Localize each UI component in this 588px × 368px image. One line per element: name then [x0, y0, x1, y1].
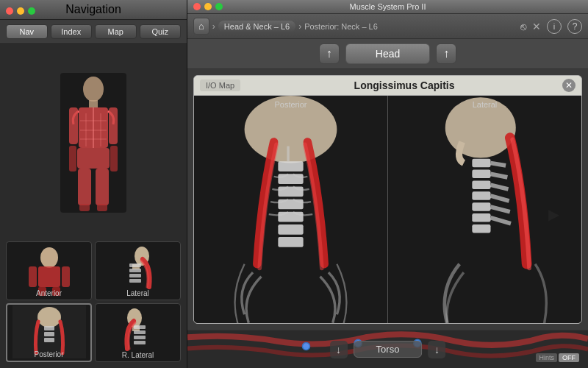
- up-arrow-icon-left: ↑: [326, 47, 332, 60]
- thumbnail-lateral[interactable]: Lateral: [95, 241, 181, 300]
- help-icon[interactable]: ?: [567, 19, 582, 34]
- breadcrumb-current: Posterior: Neck – L6: [304, 22, 378, 31]
- torso-down-arrow-left[interactable]: ↓: [330, 341, 348, 358]
- svg-point-20: [40, 247, 58, 268]
- tab-quiz[interactable]: Quiz: [140, 24, 182, 39]
- breadcrumb-section[interactable]: Head & Neck – L6: [218, 21, 295, 32]
- svg-rect-53: [278, 237, 303, 247]
- left-panel-title: Navigation: [65, 3, 121, 16]
- svg-rect-61: [472, 213, 490, 222]
- share-icon[interactable]: ⎋: [520, 21, 526, 32]
- svg-rect-58: [472, 180, 490, 188]
- head-up-arrow-left[interactable]: ↑: [319, 43, 340, 64]
- thumbnail-r-lateral[interactable]: R. Lateral: [95, 303, 181, 362]
- main-window-title: Muscle System Pro II: [350, 2, 426, 11]
- svg-rect-36: [44, 332, 54, 336]
- svg-rect-7: [110, 146, 118, 171]
- svg-rect-50: [278, 199, 303, 210]
- main-maximize-light[interactable]: [215, 3, 223, 10]
- left-title-bar: Navigation: [0, 0, 187, 20]
- svg-rect-22: [29, 266, 37, 287]
- torso-bar: ↓ Torso ↓ Hints OFF: [187, 330, 588, 368]
- head-label-button[interactable]: Head: [345, 43, 430, 64]
- svg-rect-8: [77, 148, 110, 169]
- io-map-close-icon: ✕: [565, 80, 573, 91]
- io-view-lateral-label: Lateral: [473, 100, 498, 109]
- close-icon[interactable]: ✕: [532, 21, 541, 32]
- torso-down-arrow-right[interactable]: ↓: [428, 341, 445, 358]
- main-close-light[interactable]: [193, 3, 201, 10]
- svg-rect-6: [69, 146, 76, 171]
- svg-rect-51: [278, 212, 303, 222]
- thumbnail-anterior-label: Anterior: [36, 289, 62, 297]
- svg-rect-41: [134, 325, 146, 329]
- nav-tabs: Nav Index Map Quiz: [0, 20, 187, 44]
- io-map-title: Longissimus Capitis: [246, 79, 562, 91]
- hints-value: OFF: [559, 353, 579, 362]
- svg-rect-12: [97, 204, 107, 211]
- close-traffic-light[interactable]: [6, 7, 13, 15]
- io-map-body: Posterior: [194, 96, 581, 324]
- thumbnail-posterior[interactable]: Posterior: [6, 303, 92, 362]
- io-view-lateral: Lateral: [387, 96, 581, 324]
- body-figure-area: [0, 44, 187, 238]
- minimize-traffic-light[interactable]: [17, 7, 24, 15]
- io-view-posterior-canvas[interactable]: [194, 96, 387, 324]
- svg-rect-35: [44, 326, 54, 330]
- svg-rect-48: [278, 174, 303, 184]
- body-figure[interactable]: [60, 73, 126, 213]
- tab-nav[interactable]: Nav: [6, 24, 48, 39]
- svg-rect-32: [129, 279, 141, 283]
- svg-rect-29: [129, 263, 141, 267]
- thumbnail-r-lateral-label: R. Lateral: [122, 351, 154, 359]
- svg-rect-56: [472, 159, 490, 167]
- io-map-close-button[interactable]: ✕: [562, 79, 576, 92]
- io-view-lateral-canvas[interactable]: [388, 96, 581, 324]
- hints-label: Hints: [536, 353, 557, 362]
- thumbnail-lateral-label: Lateral: [126, 289, 149, 297]
- io-view-posterior: Posterior: [194, 96, 387, 324]
- tab-map[interactable]: Map: [95, 24, 137, 39]
- hints-toggle[interactable]: Hints OFF: [536, 353, 579, 362]
- head-nav-bar: ↑ Head ↑: [187, 39, 588, 69]
- info-icon[interactable]: i: [547, 19, 562, 34]
- breadcrumb-sep-1: ›: [212, 21, 215, 32]
- maximize-traffic-light[interactable]: [28, 7, 35, 15]
- svg-rect-21: [38, 266, 60, 287]
- breadcrumb-bar: ⌂ › Head & Neck – L6 › Posterior: Neck –…: [187, 14, 588, 39]
- io-map-header: I/O Map Longissimus Capitis ✕: [194, 76, 581, 96]
- down-arrow-icon-left: ↓: [336, 344, 341, 355]
- svg-rect-62: [472, 224, 490, 233]
- svg-rect-9: [78, 169, 91, 205]
- traffic-lights-main: [193, 3, 223, 10]
- svg-rect-49: [278, 186, 303, 197]
- svg-rect-37: [44, 338, 54, 342]
- main-minimize-light[interactable]: [204, 3, 212, 10]
- main-title-bar: Muscle System Pro II: [187, 0, 588, 14]
- svg-rect-57: [472, 170, 490, 178]
- right-panel: Muscle System Pro II ⌂ › Head & Neck – L…: [187, 0, 588, 368]
- io-map-tab[interactable]: I/O Map: [200, 79, 240, 91]
- svg-rect-11: [79, 204, 90, 211]
- svg-rect-42: [134, 330, 146, 334]
- io-view-posterior-label: Posterior: [274, 100, 306, 109]
- svg-rect-4: [69, 107, 78, 144]
- thumbnails-area: Anterior Lateral: [0, 238, 187, 368]
- svg-rect-5: [109, 107, 118, 144]
- traffic-lights-left: [6, 7, 35, 15]
- svg-rect-59: [472, 191, 490, 199]
- toolbar-icons: ⎋ ✕ i ?: [520, 19, 582, 34]
- io-map-panel: I/O Map Longissimus Capitis ✕ Posterior: [193, 75, 582, 324]
- thumbnail-anterior[interactable]: Anterior: [6, 241, 92, 300]
- tab-index[interactable]: Index: [51, 24, 93, 39]
- home-button[interactable]: ⌂: [193, 18, 209, 35]
- svg-rect-2: [89, 100, 98, 107]
- head-up-arrow-right[interactable]: ↑: [436, 43, 456, 64]
- svg-rect-43: [134, 336, 146, 339]
- svg-rect-23: [62, 266, 70, 287]
- svg-rect-44: [134, 341, 146, 344]
- svg-rect-30: [129, 269, 141, 272]
- svg-rect-31: [129, 274, 141, 277]
- torso-label-button[interactable]: Torso: [354, 341, 423, 358]
- svg-point-1: [83, 77, 104, 102]
